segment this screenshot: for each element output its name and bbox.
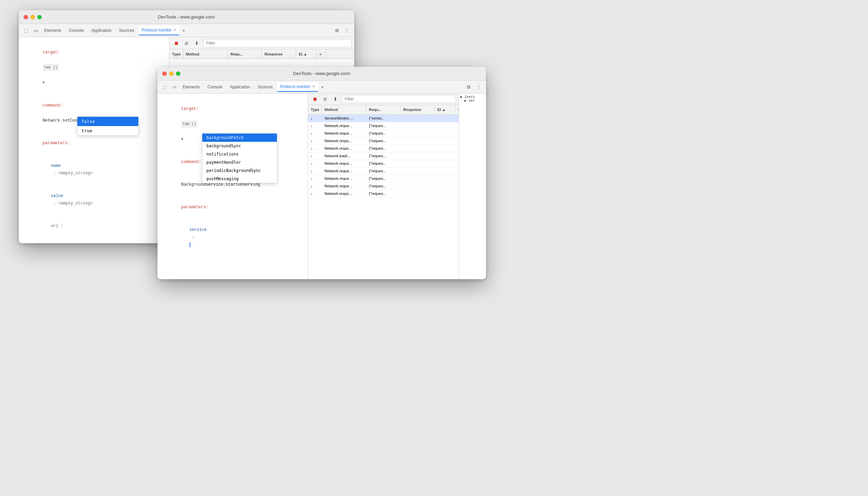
minimize-button-2[interactable]	[169, 71, 174, 76]
col-method-header-1: Method	[183, 49, 228, 59]
code-panel-1: target: Tab () ▼ command: Network.setCoo…	[19, 37, 169, 243]
row-request-0: {"versio...	[366, 116, 400, 120]
code-name-line: name : <empty_string>	[23, 154, 165, 185]
more-options-icon-2[interactable]: ⋮	[474, 83, 483, 91]
code-target-line: target: Tab () ▼	[23, 41, 165, 94]
table-row[interactable]: ↓ Network.reque... {"reques...	[308, 122, 459, 130]
col-type-header-1: Type	[169, 49, 183, 59]
tab-bar-2: ⬚ ▭ Elements Console Application Sources…	[157, 80, 486, 94]
autocomplete-periodicbgsync[interactable]: periodicBackgroundSync	[202, 166, 277, 175]
target-key: target:	[43, 50, 60, 55]
col-request-header-2: Requ...	[366, 105, 400, 114]
pm-table-header-2: Type Method Requ... Response El.▲ »	[308, 105, 459, 115]
tab-console-2[interactable]: Console	[204, 82, 226, 92]
json-line-1: ▶ {vers	[460, 95, 485, 99]
target-dropdown-arrow[interactable]: ▼	[43, 81, 45, 85]
window-title-1: DevTools - www.google.com/	[23, 14, 350, 20]
service-key: service	[190, 227, 207, 232]
command-key-2: command:	[181, 160, 201, 164]
tab-elements-2[interactable]: Elements	[179, 82, 203, 92]
code-url-line: url :	[23, 215, 165, 237]
settings-icon-1[interactable]: ⚙	[332, 26, 341, 35]
table-row[interactable]: ↓ Network.reque... {"reques...	[308, 168, 459, 175]
tab-close-icon-1[interactable]: ✕	[174, 28, 176, 32]
table-row[interactable]: ↓ Network.reque... {"reques...	[308, 130, 459, 137]
clear-btn-1[interactable]: ⊘	[182, 39, 191, 47]
tab-elements-1[interactable]: Elements	[41, 26, 65, 35]
code-panel-2: target: Tab () ▼ command: BackgroundServ…	[157, 94, 308, 279]
table-row[interactable]: ↓ ServiceWorker.... {"versio...	[308, 115, 459, 122]
target-dropdown-arrow-2[interactable]: ▼	[181, 137, 183, 141]
table-row[interactable]: ↓ Network.respo... {"reques...	[308, 190, 459, 198]
more-tabs-icon-2[interactable]: »	[319, 83, 326, 91]
parameters-key-2: parameters:	[181, 205, 208, 210]
filter-input-1[interactable]	[203, 39, 352, 47]
table-row[interactable]: ↓ Network.reque... {"reques...	[308, 175, 459, 183]
device-icon-1[interactable]: ▭	[31, 26, 40, 35]
dropdown-false[interactable]: false	[77, 117, 138, 126]
filter-input-2[interactable]	[342, 95, 456, 103]
traffic-lights-2	[162, 71, 180, 76]
col-more-header-1[interactable]: »	[317, 49, 326, 59]
json-preview-panel: ▶ {vers ▶ ver	[459, 94, 486, 279]
settings-icon-2[interactable]: ⚙	[464, 83, 473, 91]
table-row[interactable]: ↓ Network.respo... {"reques...	[308, 137, 459, 145]
row-type-0: ↓	[308, 116, 322, 120]
table-row[interactable]: ↓ Network.loadi... {"reques...	[308, 152, 459, 160]
tab-protocol-monitor-2[interactable]: Protocol monitor ✕	[277, 82, 318, 92]
minimize-button-1[interactable]	[30, 15, 35, 19]
window-title-2: DevTools - www.google.com/	[162, 71, 482, 76]
more-options-icon-1[interactable]: ⋮	[343, 26, 352, 35]
target-key-2: target:	[181, 107, 199, 111]
tab-application-1[interactable]: Application	[88, 26, 115, 35]
device-icon-2[interactable]: ▭	[170, 83, 179, 91]
col-type-header-2: Type	[308, 105, 322, 114]
col-response-header-1: Response	[262, 49, 296, 59]
table-row[interactable]: ↓ Network.respo... {"reques...	[308, 145, 459, 152]
clear-btn-2[interactable]: ⊘	[321, 95, 329, 103]
devtools-body-2: target: Tab () ▼ command: BackgroundServ…	[157, 94, 486, 279]
code-service-line: service :	[162, 219, 304, 256]
maximize-button-2[interactable]	[176, 71, 180, 76]
traffic-lights-1	[24, 15, 42, 19]
autocomplete-pushmessaging[interactable]: pushMessaging	[202, 175, 277, 183]
col-method-header-2: Method	[322, 105, 366, 114]
stop-btn-2[interactable]: ⏹	[311, 95, 319, 103]
table-row[interactable]: ↓ Network.reque... {"reques...	[308, 160, 459, 168]
pm-table-body-2: ↓ ServiceWorker.... {"versio... ↓ Networ…	[308, 115, 459, 279]
stop-btn-1[interactable]: ⏹	[172, 39, 180, 47]
tab-close-icon-2[interactable]: ✕	[312, 85, 315, 88]
pm-toolbar-2: ⏹ ⊘ ⬇	[308, 94, 459, 105]
close-button-2[interactable]	[162, 71, 167, 76]
col-request-header-1: Requ...	[228, 49, 262, 59]
tab-application-2[interactable]: Application	[227, 82, 254, 92]
autocomplete-dropdown[interactable]: backgroundFetch backgroundSync notificat…	[202, 133, 277, 183]
close-button-1[interactable]	[24, 15, 28, 19]
save-btn-1[interactable]: ⬇	[193, 39, 201, 47]
tab-sources-1[interactable]: Sources	[116, 26, 138, 35]
tab-console-1[interactable]: Console	[65, 26, 87, 35]
dropdown-true[interactable]: true	[77, 126, 138, 135]
pm-table-2: Type Method Requ... Response El.▲ » ↓ Se…	[308, 105, 459, 279]
target-value: Tab ()	[43, 64, 59, 71]
tab-protocol-monitor-1[interactable]: Protocol monitor ✕	[138, 26, 180, 35]
col-response-header-2: Response	[400, 105, 435, 114]
boolean-dropdown[interactable]: false true	[77, 116, 139, 136]
autocomplete-backgroundsync[interactable]: backgroundSync	[202, 142, 277, 150]
maximize-button-1[interactable]	[37, 15, 42, 19]
autocomplete-notifications[interactable]: notifications	[202, 150, 277, 158]
more-tabs-icon-1[interactable]: »	[180, 27, 187, 34]
col-elapsed-header-1: El.▲	[296, 49, 317, 59]
autocomplete-backgroundfetch[interactable]: backgroundFetch	[202, 134, 277, 142]
tab-sources-2[interactable]: Sources	[254, 82, 276, 92]
inspect-icon-1[interactable]: ⬚	[22, 26, 30, 35]
table-row[interactable]: ↓ Network.reque... {"reques...	[308, 183, 459, 190]
col-more-header-2[interactable]: »	[455, 105, 459, 114]
devtools-window-2[interactable]: DevTools - www.google.com/ ⬚ ▭ Elements …	[157, 67, 486, 279]
text-cursor	[190, 243, 190, 247]
inspect-icon-2[interactable]: ⬚	[160, 83, 169, 91]
code-domain-line: domain :	[23, 237, 165, 243]
col-elapsed-header-2: El.▲	[435, 105, 455, 114]
autocomplete-paymenthandler[interactable]: paymentHandler	[202, 158, 277, 166]
save-btn-2[interactable]: ⬇	[331, 95, 340, 103]
